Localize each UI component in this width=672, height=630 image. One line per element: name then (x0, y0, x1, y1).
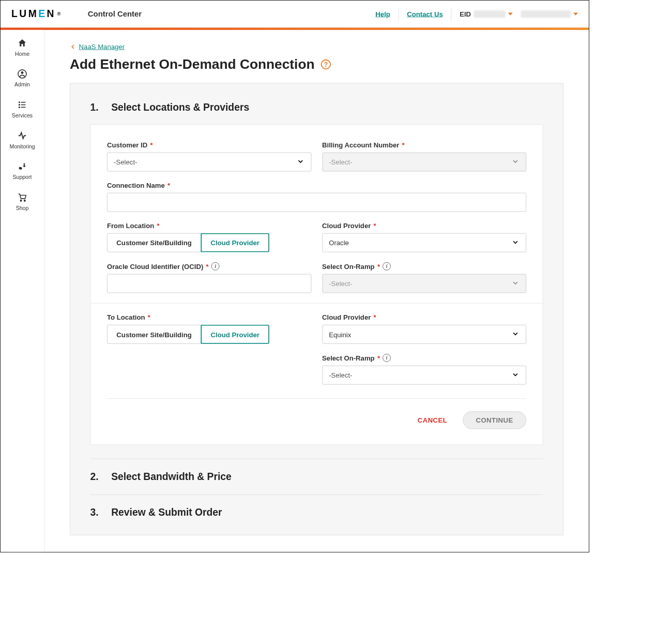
ban-label: Billing Account Number * (322, 141, 526, 149)
sidebar-item-label: Support (13, 174, 32, 181)
svg-rect-5 (21, 104, 26, 106)
from-location-label: From Location * (107, 222, 311, 230)
form-panel: 1. Select Locations & Providers Customer… (70, 83, 563, 535)
select-value: -Select- (114, 158, 137, 166)
app-name: Control Center (88, 9, 142, 19)
step-1-form: Customer ID * -Select- Billing Account N… (90, 124, 543, 445)
sidebar-item-admin[interactable]: Admin (14, 69, 30, 88)
info-icon[interactable]: i (383, 354, 391, 362)
step-number: 3. (90, 506, 99, 518)
from-on-ramp-select[interactable]: -Select- (322, 274, 526, 293)
chevron-down-icon (511, 329, 520, 339)
step-2-header[interactable]: 2. Select Bandwidth & Price (90, 459, 543, 494)
from-on-ramp-label: Select On-Ramp * i (322, 262, 526, 271)
step-title: Select Locations & Providers (111, 101, 249, 113)
step-1-header: 1. Select Locations & Providers (90, 101, 543, 113)
list-icon (17, 100, 27, 110)
svg-point-4 (19, 104, 20, 106)
sidebar-item-home[interactable]: Home (15, 38, 29, 57)
chevron-down-icon (511, 238, 520, 247)
breadcrumb-label: NaaS Manager (79, 42, 125, 50)
topbar: LUMEN® Control Center Help Contact Us EI… (1, 1, 589, 28)
continue-button[interactable]: CONTINUE (463, 411, 526, 429)
sidebar-item-label: Admin (14, 82, 30, 88)
contact-us-link[interactable]: Contact Us (407, 10, 442, 18)
svg-point-6 (19, 107, 20, 108)
chevron-down-icon (511, 370, 520, 380)
sidebar-item-monitoring[interactable]: Monitoring (9, 131, 35, 150)
svg-rect-7 (21, 107, 26, 108)
select-value: -Select- (329, 371, 352, 379)
connection-name-label: Connection Name * (107, 182, 526, 189)
chevron-down-icon (573, 12, 578, 15)
to-on-ramp-label: Select On-Ramp * i (322, 354, 526, 362)
divider (451, 7, 452, 20)
svg-point-8 (23, 163, 25, 164)
step-number: 2. (90, 471, 99, 483)
chevron-down-icon (511, 157, 520, 167)
from-cloud-provider-select[interactable]: Oracle (322, 233, 526, 252)
chevron-down-icon (508, 12, 513, 15)
select-value: Oracle (329, 239, 349, 247)
sidebar-item-label: Shop (16, 205, 29, 211)
sidebar-item-support[interactable]: Support (13, 161, 32, 181)
ban-select[interactable]: -Select- (322, 153, 526, 172)
from-cloud-provider-label: Cloud Provider * (322, 222, 526, 230)
home-icon (17, 38, 27, 48)
step-title: Review & Submit Order (111, 506, 222, 518)
customer-id-select[interactable]: -Select- (107, 153, 311, 172)
brand-logo[interactable]: LUMEN® (11, 8, 60, 20)
help-icon[interactable]: ? (321, 59, 331, 69)
username-redacted (521, 10, 571, 18)
to-location-cloud-provider[interactable]: Cloud Provider (201, 325, 269, 344)
svg-point-10 (24, 200, 25, 201)
activity-icon (17, 131, 27, 141)
to-cloud-provider-select[interactable]: Equinix (322, 325, 526, 344)
to-location-customer-site[interactable]: Customer Site/Building (107, 325, 201, 344)
sidebar-item-label: Services (12, 112, 33, 118)
step-number: 1. (90, 101, 99, 113)
info-icon[interactable]: i (211, 262, 220, 271)
to-cloud-provider-label: Cloud Provider * (322, 313, 526, 321)
svg-point-2 (19, 101, 20, 103)
ocid-input[interactable] (107, 274, 311, 293)
select-value: Equinix (329, 331, 351, 338)
eid-label: EID (460, 10, 471, 18)
from-location-customer-site[interactable]: Customer Site/Building (107, 233, 201, 252)
sidebar-item-label: Monitoring (9, 143, 35, 149)
user-icon (17, 69, 27, 79)
eid-menu[interactable]: EID (460, 10, 513, 18)
select-value: -Select- (329, 158, 352, 166)
sidebar-item-label: Home (15, 51, 29, 57)
cancel-button[interactable]: CANCEL (411, 411, 453, 429)
eid-value-redacted (474, 10, 505, 18)
customer-id-label: Customer ID * (107, 141, 311, 149)
select-value: -Select- (329, 280, 352, 288)
divider (399, 7, 399, 20)
page-title: Add Ethernet On-Demand Connection (70, 57, 315, 72)
connection-name-input[interactable] (107, 193, 526, 212)
step-3-header[interactable]: 3. Review & Submit Order (90, 494, 543, 530)
from-location-cloud-provider[interactable]: Cloud Provider (201, 233, 269, 252)
main-content: NaaS Manager Add Ethernet On-Demand Conn… (44, 30, 589, 552)
step-title: Select Bandwidth & Price (111, 471, 232, 483)
chevron-down-icon (511, 279, 520, 288)
help-link[interactable]: Help (375, 10, 390, 18)
to-location-segment: Customer Site/Building Cloud Provider (107, 325, 311, 344)
chevron-left-icon (70, 43, 76, 50)
divider (90, 303, 542, 304)
cart-icon (17, 192, 27, 202)
info-icon[interactable]: i (383, 262, 391, 271)
ocid-label: Oracle Cloud Identifier (OCID) * i (107, 262, 311, 271)
breadcrumb[interactable]: NaaS Manager (70, 42, 563, 50)
actions-row: CANCEL CONTINUE (107, 398, 526, 440)
sidebar-item-shop[interactable]: Shop (16, 192, 29, 212)
support-icon (17, 161, 27, 171)
to-location-label: To Location * (107, 313, 311, 321)
user-menu[interactable] (521, 10, 578, 18)
sidebar-item-services[interactable]: Services (12, 100, 33, 119)
sidebar: Home Admin Services Monitoring Support S… (1, 30, 44, 552)
to-on-ramp-select[interactable]: -Select- (322, 366, 526, 385)
svg-rect-3 (21, 102, 26, 103)
svg-point-9 (20, 200, 21, 201)
